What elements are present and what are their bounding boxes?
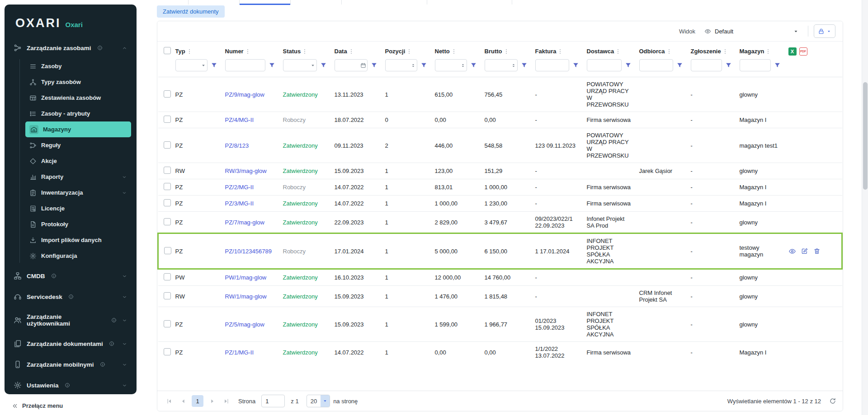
- sidebar-section-zarządzanie-użytkownikami[interactable]: Zarządzanie użytkownikami: [10, 307, 131, 333]
- tab-stub[interactable]: [188, 0, 240, 5]
- row-checkbox[interactable]: [164, 320, 171, 327]
- sidebar-item-import-plików-danych[interactable]: Import plików danych: [25, 232, 131, 248]
- view-row-button[interactable]: [788, 247, 796, 255]
- filter-button-magazyn[interactable]: [772, 60, 783, 71]
- table-row[interactable]: PZPZ/9/mag-glowZatwierdzony13.11.2023161…: [158, 77, 842, 112]
- caret-down-icon[interactable]: [310, 63, 316, 68]
- row-checkbox[interactable]: [164, 273, 171, 280]
- sidebar-item-reguły[interactable]: Reguły: [25, 137, 131, 153]
- table-row[interactable]: RWRW/3/mag-glowZatwierdzony15.09.2023112…: [158, 163, 842, 179]
- document-number-link[interactable]: RW/3/mag-glow: [223, 163, 281, 179]
- column-menu-icon[interactable]: [666, 48, 672, 55]
- column-menu-icon[interactable]: [245, 48, 251, 55]
- sidebar-item-akcje[interactable]: Akcje: [25, 153, 131, 169]
- sidebar-section-zarządzanie-dokumentami[interactable]: Zarządzanie dokumentami: [10, 333, 131, 354]
- row-checkbox[interactable]: [164, 90, 171, 98]
- lock-button[interactable]: [814, 24, 835, 38]
- app-logo[interactable]: OXARI Oxari: [5, 5, 137, 37]
- filter-input-dostawca[interactable]: [587, 59, 622, 71]
- caret-down-icon[interactable]: [201, 63, 206, 68]
- table-row[interactable]: PZPZ/8/123Zatwierdzony09.11.20232446,005…: [158, 128, 842, 163]
- sidebar-item-typy-zasobów[interactable]: Typy zasobów: [25, 74, 131, 90]
- approve-documents-button[interactable]: Zatwierdź dokumenty: [157, 5, 225, 18]
- sidebar-item-konfiguracja[interactable]: Konfiguracja: [25, 248, 131, 264]
- column-menu-icon[interactable]: [186, 48, 193, 55]
- tab-stub-active[interactable]: [239, 0, 291, 5]
- tab-stub[interactable]: [427, 0, 512, 5]
- document-number-link[interactable]: PW/1/mag-glow: [223, 269, 281, 286]
- edit-row-button[interactable]: [801, 247, 808, 255]
- filter-button-brutto[interactable]: [519, 60, 530, 71]
- sidebar-section-zarządzanie-mobilnymi[interactable]: Zarządzanie mobilnymi: [10, 354, 131, 375]
- row-checkbox[interactable]: [164, 218, 171, 225]
- sidebar-section-cmdb[interactable]: CMDB: [10, 266, 131, 286]
- filter-input-magazyn[interactable]: [740, 59, 771, 71]
- sidebar-item-zestawienia-zasobów[interactable]: Zestawienia zasobów: [25, 90, 131, 106]
- filter-button-pozycji[interactable]: [419, 60, 429, 71]
- delete-row-button[interactable]: [813, 247, 821, 255]
- row-checkbox[interactable]: [164, 199, 171, 206]
- current-page-button[interactable]: 1: [192, 395, 203, 407]
- column-menu-icon[interactable]: [615, 48, 621, 55]
- sidebar-item-zasoby[interactable]: Zasoby: [25, 58, 131, 74]
- row-checkbox[interactable]: [164, 141, 171, 149]
- table-row[interactable]: PZPZ/5/mag-glowZatwierdzony15.09.202311 …: [158, 307, 842, 342]
- filter-input-numer[interactable]: [225, 59, 265, 71]
- table-row[interactable]: PZPZ/1/MG-IIZatwierdzony14.07.202210,000…: [158, 342, 842, 363]
- table-row[interactable]: PZPZ/3/MG-IIZatwierdzony14.07.202211 000…: [158, 196, 842, 212]
- tab-stub[interactable]: [341, 0, 427, 5]
- document-number-link[interactable]: PZ/9/mag-glow: [223, 77, 281, 112]
- document-number-link[interactable]: PZ/3/MG-II: [223, 196, 281, 212]
- filter-input-odbiorca[interactable]: [639, 59, 673, 71]
- filter-button-dostawca[interactable]: [623, 60, 634, 71]
- document-number-link[interactable]: PZ/10/123456789: [223, 233, 281, 269]
- document-number-link[interactable]: PZ/2/MG-II: [223, 179, 281, 196]
- document-number-link[interactable]: PZ/7/mag-glow: [223, 212, 281, 233]
- sidebar-item-raporty[interactable]: Raporty: [25, 169, 131, 185]
- row-checkbox[interactable]: [164, 247, 171, 254]
- column-menu-icon[interactable]: [765, 48, 771, 55]
- last-page-button[interactable]: [221, 396, 231, 406]
- document-number-link[interactable]: PZ/4/MG-II: [223, 112, 281, 128]
- spinner-icon[interactable]: [511, 63, 516, 68]
- select-all-checkbox[interactable]: [164, 47, 171, 54]
- sidebar-item-licencje[interactable]: Licencje: [25, 201, 131, 216]
- scrollbar-thumb[interactable]: [863, 82, 868, 190]
- filter-button-status[interactable]: [318, 60, 329, 71]
- column-menu-icon[interactable]: [557, 48, 563, 55]
- row-checkbox[interactable]: [164, 167, 171, 174]
- export-pdf-icon[interactable]: PDF: [799, 47, 807, 56]
- page-size-select[interactable]: 20: [307, 395, 330, 407]
- spinner-icon[interactable]: [410, 63, 416, 68]
- table-row[interactable]: PWPW/1/mag-glowZatwierdzony16.10.2023112…: [158, 269, 842, 286]
- column-menu-icon[interactable]: [722, 48, 728, 55]
- refresh-button[interactable]: [829, 397, 836, 405]
- filter-input-zgloszenie[interactable]: [691, 59, 722, 71]
- filter-button-data[interactable]: [369, 60, 380, 71]
- table-row[interactable]: PZPZ/10/123456789Roboczy17.01.202415 000…: [158, 233, 842, 269]
- toggle-menu-button[interactable]: Przełącz menu: [12, 402, 63, 409]
- sidebar-section-ustawienia[interactable]: Ustawienia: [10, 375, 131, 394]
- sidebar-section-zarządzanie-zasobami[interactable]: Zarządzanie zasobami: [10, 37, 131, 58]
- calendar-icon[interactable]: [360, 62, 366, 68]
- filter-button-faktura[interactable]: [571, 60, 581, 71]
- row-checkbox[interactable]: [164, 183, 171, 190]
- filter-button-typ[interactable]: [209, 60, 220, 71]
- filter-button-numer[interactable]: [267, 60, 278, 71]
- sidebar-item-magazyny[interactable]: Magazyny: [25, 121, 131, 137]
- document-number-link[interactable]: RW/1/mag-glow: [223, 286, 281, 307]
- tab-stub[interactable]: [290, 0, 342, 5]
- row-checkbox[interactable]: [164, 348, 171, 355]
- column-menu-icon[interactable]: [348, 48, 354, 55]
- spinner-icon[interactable]: [460, 63, 466, 68]
- column-menu-icon[interactable]: [302, 48, 308, 55]
- export-excel-icon[interactable]: X: [788, 47, 797, 56]
- filter-button-odbiorca[interactable]: [675, 60, 685, 71]
- sidebar-item-inwentaryzacja[interactable]: Inwentaryzacja: [25, 185, 131, 201]
- filter-button-netto[interactable]: [468, 60, 479, 71]
- next-page-button[interactable]: [207, 396, 217, 406]
- table-row[interactable]: RWRW/1/mag-glowZatwierdzony15.09.202311 …: [158, 286, 842, 307]
- filter-button-zgloszenie[interactable]: [723, 60, 734, 71]
- row-checkbox[interactable]: [164, 116, 171, 123]
- document-number-link[interactable]: PZ/8/123: [223, 128, 281, 163]
